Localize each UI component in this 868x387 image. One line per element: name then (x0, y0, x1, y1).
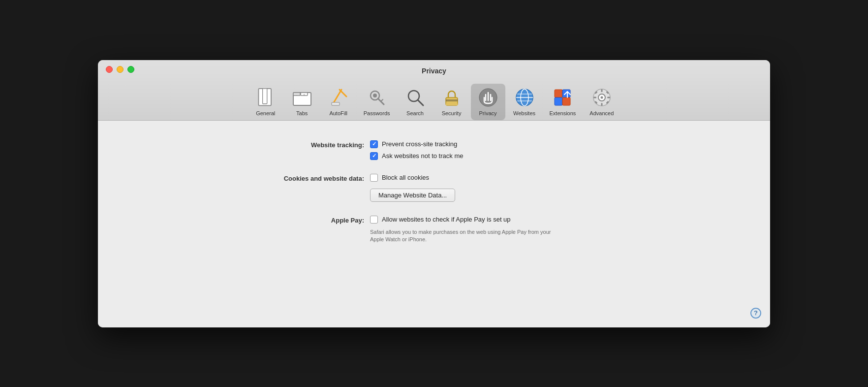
prevent-tracking-checkbox[interactable] (370, 140, 378, 148)
tab-autofill[interactable]: AutoFill (321, 84, 356, 120)
svg-rect-18 (446, 103, 458, 105)
cookies-label: Cookies and website data: (262, 174, 370, 182)
apple-pay-label: Apple Pay: (262, 216, 370, 224)
tab-security-label: Security (442, 110, 462, 116)
tabs-icon: − + (291, 87, 313, 108)
titlebar: Privacy General (98, 60, 770, 121)
svg-rect-17 (446, 99, 458, 101)
block-cookies-checkbox[interactable] (370, 174, 378, 182)
privacy-icon (477, 87, 499, 108)
tab-passwords[interactable]: Passwords (358, 84, 396, 120)
tab-passwords-label: Passwords (364, 110, 390, 116)
content-wrapper: Website tracking: Prevent cross-site tra… (98, 121, 770, 327)
svg-rect-34 (601, 103, 602, 106)
svg-rect-36 (607, 97, 610, 98)
manage-website-data-button[interactable]: Manage Website Data... (370, 189, 455, 202)
tab-privacy-label: Privacy (479, 110, 496, 116)
autofill-icon (328, 87, 349, 108)
extensions-icon (552, 87, 573, 108)
tab-security[interactable]: Security (434, 84, 469, 120)
apple-pay-row: Apple Pay: Allow websites to check if Ap… (262, 216, 606, 244)
prevent-tracking-label: Prevent cross-site tracking (382, 140, 457, 148)
advanced-icon (591, 87, 613, 108)
tab-advanced[interactable]: Advanced (584, 84, 620, 120)
tab-tabs[interactable]: − + Tabs (285, 84, 319, 120)
svg-rect-27 (555, 97, 562, 105)
tab-extensions-label: Extensions (550, 110, 576, 116)
svg-rect-1 (262, 88, 267, 103)
tab-websites[interactable]: Websites (507, 84, 542, 120)
svg-rect-35 (593, 97, 596, 98)
svg-rect-9 (332, 102, 340, 105)
search-icon (404, 87, 426, 108)
svg-text:+: + (303, 93, 305, 97)
tab-advanced-label: Advanced (589, 110, 614, 116)
website-tracking-row: Website tracking: Prevent cross-site tra… (262, 140, 606, 160)
passwords-icon (366, 87, 388, 108)
svg-rect-25 (555, 90, 562, 97)
ask-not-track-row: Ask websites not to track me (370, 152, 463, 160)
apple-pay-checkbox[interactable] (370, 216, 378, 224)
block-cookies-label: Block all cookies (382, 174, 429, 181)
settings-grid: Website tracking: Prevent cross-site tra… (262, 140, 606, 244)
svg-rect-33 (601, 89, 602, 92)
ask-not-track-checkbox[interactable] (370, 152, 378, 160)
close-button[interactable] (106, 66, 113, 73)
ask-not-track-label: Ask websites not to track me (382, 152, 463, 160)
block-cookies-row: Block all cookies (370, 174, 455, 182)
svg-rect-28 (562, 97, 570, 105)
maximize-button[interactable] (127, 66, 134, 73)
security-icon (441, 87, 463, 108)
tab-extensions[interactable]: Extensions (544, 84, 582, 120)
cookies-row: Cookies and website data: Block all cook… (262, 174, 606, 202)
tab-privacy[interactable]: Privacy (471, 84, 505, 120)
cookies-controls: Block all cookies Manage Website Data... (370, 174, 455, 202)
tab-autofill-label: AutoFill (329, 110, 347, 116)
tab-general-label: General (256, 110, 275, 116)
minimize-button[interactable] (117, 66, 124, 73)
tab-general[interactable]: General (248, 84, 283, 120)
tab-tabs-label: Tabs (296, 110, 308, 116)
window-title: Privacy (106, 67, 762, 75)
svg-point-32 (600, 96, 603, 98)
apple-pay-check-label: Allow websites to check if Apple Pay is … (382, 216, 511, 223)
svg-line-8 (340, 90, 346, 97)
safari-preferences-window: Privacy General (98, 60, 770, 327)
svg-line-13 (381, 99, 383, 101)
content-area: Website tracking: Prevent cross-site tra… (98, 121, 770, 327)
tab-websites-label: Websites (513, 110, 535, 116)
tab-search-label: Search (406, 110, 424, 116)
website-tracking-label: Website tracking: (262, 140, 370, 149)
general-icon (255, 87, 277, 108)
toolbar: General − + Tabs (106, 80, 762, 120)
svg-point-11 (373, 94, 377, 97)
svg-line-15 (418, 100, 423, 105)
help-button[interactable]: ? (750, 308, 761, 319)
tab-search[interactable]: Search (398, 84, 433, 120)
prevent-tracking-row: Prevent cross-site tracking (370, 140, 463, 148)
apple-pay-description: Safari allows you to make purchases on t… (370, 228, 557, 244)
websites-icon (514, 87, 535, 108)
apple-pay-controls: Allow websites to check if Apple Pay is … (370, 216, 557, 244)
website-tracking-controls: Prevent cross-site tracking Ask websites… (370, 140, 463, 160)
apple-pay-check-row: Allow websites to check if Apple Pay is … (370, 216, 557, 224)
svg-text:−: − (296, 94, 298, 97)
